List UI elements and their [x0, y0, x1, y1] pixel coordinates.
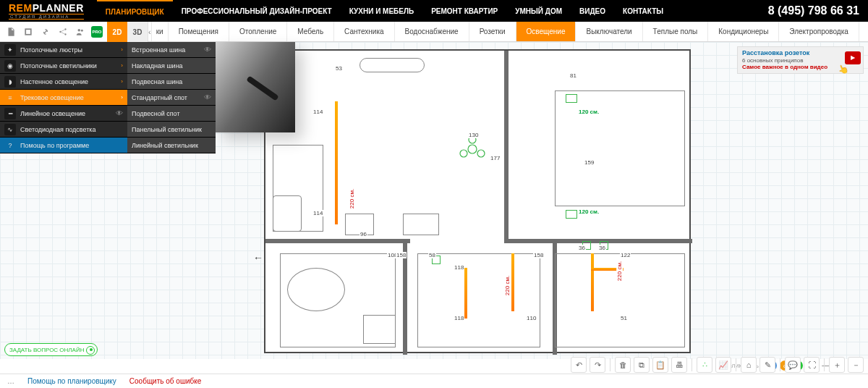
sub-standard-spot[interactable]: Стандартный спот👁: [127, 90, 216, 106]
dim-label: 118: [454, 264, 464, 271]
dim-label: 177: [490, 155, 501, 161]
view-3d-button[interactable]: 3D: [127, 22, 148, 42]
nav-contacts[interactable]: КОНТАКТЫ: [614, 0, 672, 22]
pal-ceiling-chandeliers[interactable]: ✦Потолочные люстры›: [0, 42, 127, 58]
sub-pendant-rail[interactable]: Подвесная шина: [127, 74, 216, 90]
zoom-out-icon[interactable]: －: [848, 357, 864, 373]
dim-label: 120 см.: [578, 109, 600, 115]
footer-report-link[interactable]: Сообщить об ошибке: [129, 377, 201, 385]
nav-video[interactable]: ВИДЕО: [571, 0, 614, 22]
svg-point-5: [468, 145, 477, 153]
sub-panel-light[interactable]: Панельный светильник: [127, 122, 216, 138]
pal-ceiling-lights[interactable]: ◉Потолочные светильники›: [0, 58, 127, 74]
sconce-icon: ◗: [4, 76, 16, 88]
trash-icon[interactable]: 🗑: [615, 357, 631, 373]
cat-water[interactable]: Водоснабжение: [395, 22, 469, 41]
floorplan[interactable]: 53 114 114 96 108 58 130 177 81 159 120 …: [264, 49, 691, 353]
cat-warm-floor[interactable]: Теплые полы: [643, 22, 709, 41]
new-file-icon[interactable]: [4, 25, 17, 38]
svg-point-8: [477, 150, 485, 157]
sub-surface-rail[interactable]: Накладная шина: [127, 58, 216, 74]
cat-wiring[interactable]: Электропроводка: [779, 22, 859, 41]
linear-icon: ━: [4, 108, 16, 119]
cat-heating[interactable]: Отопление: [229, 22, 287, 41]
link-icon[interactable]: [39, 25, 52, 38]
dim-label: 122: [620, 252, 631, 258]
undo-icon[interactable]: ↶: [571, 357, 587, 373]
pal-label: Помощь по программе: [20, 142, 89, 149]
clipboard-icon[interactable]: 📋: [652, 357, 668, 373]
dim-label: 158: [533, 252, 544, 258]
help-icon: ?: [4, 140, 16, 151]
pal-label: Трековое освещение: [20, 94, 84, 101]
copy-icon[interactable]: ⧉: [634, 357, 650, 373]
measure-icon[interactable]: ✎: [760, 357, 775, 373]
track-icon: ≡: [4, 92, 16, 104]
dim-label: 36: [598, 245, 606, 251]
comment-icon[interactable]: 💬: [785, 357, 801, 373]
pal-led-strip[interactable]: ∿Светодиодная подсветка: [0, 122, 127, 138]
pal-label: Потолочные люстры: [20, 46, 82, 54]
pal-track-lighting[interactable]: ≡Трековое освещение›: [0, 90, 127, 106]
sub-pendant-spot[interactable]: Подвесной спот: [127, 106, 216, 122]
sub-linear-light[interactable]: Линейный светильник: [127, 138, 216, 153]
footer-help-link[interactable]: Помощь по планировщику: [27, 377, 116, 385]
dim-label: 110: [526, 315, 537, 321]
youtube-icon: ▶: [845, 51, 861, 64]
cat-rooms[interactable]: Помещения: [169, 22, 229, 41]
phone-number: 8 (495) 798 66 31: [768, 4, 859, 17]
cat-ac[interactable]: Кондиционеры: [708, 22, 779, 41]
dim-label: 120 см.: [578, 208, 600, 215]
users-icon[interactable]: [74, 25, 87, 38]
cat-furniture[interactable]: Мебель: [287, 22, 334, 41]
downlight-icon: ◉: [4, 60, 16, 72]
share-icon[interactable]: [56, 25, 69, 38]
home-icon[interactable]: ⌂: [741, 357, 757, 373]
chat-label: ЗАДАТЬ ВОПРОС ОНЛАЙН: [9, 347, 84, 353]
zoom-in-icon[interactable]: ＋: [829, 357, 845, 373]
dim-label: 220 см.: [349, 188, 355, 209]
svg-point-3: [78, 28, 81, 31]
promo-card[interactable]: Расстановка розеток 6 основных принципов…: [737, 46, 864, 74]
bottom-toolbar: ↶ ↷ 🗑 ⧉ 📋 🖶 ∴ 📈 ⌂ ✎ 💬 ⛶ ＋ －: [0, 356, 868, 374]
nav-smart-home[interactable]: УМНЫЙ ДОМ: [506, 0, 571, 22]
dim-label: 118: [454, 315, 464, 321]
category-nav: ‹ ки Помещения Отопление Мебель Сантехни…: [148, 22, 868, 41]
chart-icon[interactable]: 📈: [715, 357, 731, 373]
print-icon[interactable]: 🖶: [671, 357, 687, 373]
cat-partial-left[interactable]: ки: [152, 22, 169, 41]
cat-plumbing[interactable]: Сантехника: [334, 22, 395, 41]
cat-switches[interactable]: Выключатели: [576, 22, 642, 41]
nav-planner[interactable]: ПЛАНИРОВЩИК: [97, 0, 173, 22]
cat-sockets[interactable]: Розетки: [469, 22, 516, 41]
svg-point-7: [460, 150, 467, 157]
redo-icon[interactable]: ↷: [590, 357, 605, 373]
pro-badge[interactable]: PRO: [91, 26, 103, 38]
nav-design-project[interactable]: ПРОФЕССИОНАЛЬНЫЙ ДИЗАЙН-ПРОЕКТ: [173, 0, 341, 22]
chat-online-button[interactable]: ЗАДАТЬ ВОПРОС ОНЛАЙН: [4, 343, 98, 356]
nav-renovation[interactable]: РЕМОНТ КВАРТИР: [422, 0, 506, 22]
dim-label: 130: [468, 132, 479, 138]
view-2d-button[interactable]: 2D: [107, 22, 127, 42]
nav-kitchens[interactable]: КУХНИ И МЕБЕЛЬ: [341, 0, 422, 22]
dots-icon[interactable]: ∴: [697, 357, 712, 373]
dim-label: 81: [569, 72, 577, 79]
open-file-icon[interactable]: [22, 25, 35, 38]
promo-subtitle: 6 основных принципов: [742, 57, 843, 64]
logo[interactable]: REMPLANNER СТУДИЯ ДИЗАЙНА: [9, 3, 84, 20]
dim-label: 114: [312, 109, 323, 115]
chandelier-icon: ✦: [4, 44, 16, 56]
pal-label: Линейное освещение: [20, 110, 85, 117]
pal-wall-lights[interactable]: ◗Настенное освещение›: [0, 74, 127, 90]
footer: … Помощь по планировщику Сообщить об оши…: [0, 374, 868, 388]
pal-label: Стандартный спот: [132, 94, 187, 101]
cat-flooring[interactable]: Напольные покрыт: [859, 22, 868, 41]
fullscreen-icon[interactable]: ⛶: [804, 357, 820, 373]
pal-linear-lighting[interactable]: ━Линейное освещение👁: [0, 106, 127, 122]
logo-subtitle: СТУДИЯ ДИЗАЙНА: [9, 14, 84, 20]
pal-help[interactable]: ?Помощь по программе: [0, 138, 127, 153]
svg-point-4: [81, 29, 83, 31]
cat-lighting[interactable]: Освещение: [516, 22, 576, 41]
file-tools: PRO: [0, 22, 107, 41]
sub-built-in-rail[interactable]: Встроенная шина👁: [127, 42, 216, 58]
